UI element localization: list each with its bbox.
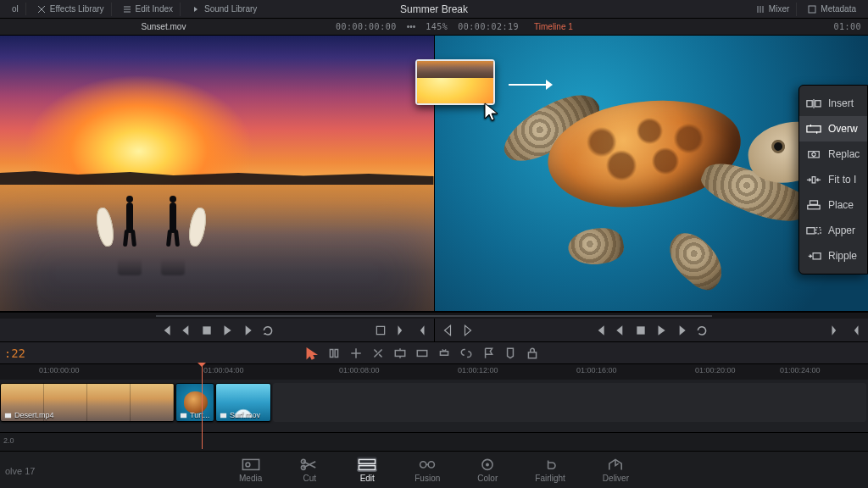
metadata-button[interactable]: Metadata [800,3,863,16]
top-toolbar: ol Effects Library Edit Index Sound Libr… [0,0,868,19]
clip-surf[interactable]: Surf.mov [215,383,271,422]
playhead[interactable] [202,364,203,449]
source-scrub-bar[interactable] [0,312,868,319]
page-cut[interactable]: Cut [292,453,326,486]
place-on-top-icon [806,199,821,211]
insert-clip-button[interactable] [393,347,407,360]
edit-overlay-overwrite[interactable]: Overw [799,116,867,141]
next-frame-button[interactable] [676,324,687,336]
svg-rect-6 [808,205,820,208]
next-edit-button[interactable] [462,324,474,336]
svg-rect-30 [359,465,376,469]
blade-tool[interactable] [371,347,385,360]
svg-rect-3 [807,125,821,131]
play-button[interactable] [221,324,233,336]
play-button[interactable] [655,324,667,336]
replace-icon [806,148,821,160]
edit-overlay-fit[interactable]: Fit to I [799,167,867,192]
edit-overlay-replace[interactable]: Replac [799,141,867,167]
playhead-timecode: :22 [0,347,25,360]
mark-out-button[interactable] [849,324,861,336]
mixer-button[interactable]: Mixer [748,3,797,16]
source-clip-name[interactable]: Sunset.mov [142,22,186,31]
page-tabs: olve 17 Media Cut Edit Fusion Color Fair… [0,451,868,488]
prev-edit-button[interactable] [442,324,453,336]
overwrite-clip-button[interactable] [415,347,429,360]
overwrite-icon [806,123,821,135]
first-frame-button[interactable] [594,324,606,336]
svg-rect-5 [812,176,815,182]
first-frame-button[interactable] [160,324,172,336]
svg-point-34 [487,463,488,465]
timeline-name[interactable]: Timeline 1 [534,22,573,31]
svg-rect-16 [417,350,426,356]
page-fusion[interactable]: Fusion [408,453,447,486]
timeline-tracks[interactable]: Desert.mp4 Turt... Surf.mov 2.0 [0,380,868,451]
clip-turtle[interactable]: Turt... [175,383,214,422]
source-transport [0,319,434,341]
edit-index-button[interactable]: Edit Index [115,3,181,16]
trim-tool[interactable] [327,347,341,360]
next-frame-button[interactable] [242,324,253,336]
svg-rect-7 [810,201,818,204]
turtle-graphic [478,75,825,273]
drag-thumbnail[interactable] [415,59,495,105]
media-pool-button[interactable]: ol [5,3,26,15]
viewer-zoom[interactable]: 145% [426,22,448,31]
edit-overlay-ripple[interactable]: Ripple [799,243,867,269]
svg-rect-9 [816,227,821,233]
page-fairlight[interactable]: Fairlight [528,453,572,486]
insert-icon [806,97,821,109]
audio-track[interactable]: 2.0 [0,432,868,451]
source-viewer[interactable] [0,36,434,311]
svg-rect-14 [637,326,645,334]
page-deliver[interactable]: Deliver [596,453,636,486]
page-color[interactable]: Color [470,453,504,486]
viewer-infobar: Sunset.mov 00:00:00:00 ••• 145% 00:00:02… [0,19,868,36]
prev-frame-button[interactable] [181,324,192,336]
lock-button[interactable] [526,347,539,360]
page-edit[interactable]: Edit [350,453,384,486]
svg-rect-1 [807,100,812,106]
match-frame-button[interactable] [375,324,387,336]
flag-button[interactable] [481,347,495,360]
drag-arrow-icon [507,78,554,92]
stop-button[interactable] [201,324,213,336]
mark-in-button[interactable] [829,324,841,336]
dynamic-trim-tool[interactable] [349,347,363,360]
stop-button[interactable] [635,324,647,336]
mark-out-button[interactable] [415,324,427,336]
prev-frame-button[interactable] [615,324,626,336]
svg-rect-17 [528,352,536,358]
selection-tool[interactable] [305,347,319,360]
edit-overlay-place[interactable]: Place [799,192,867,218]
replace-clip-button[interactable] [437,347,451,360]
clip-desert[interactable]: Desert.mp4 [0,383,175,422]
svg-rect-2 [815,100,821,106]
mark-in-button[interactable] [395,324,407,336]
timeline-ruler[interactable]: 01:00:00:00 01:00:04:00 01:00:08:00 01:0… [0,364,868,380]
mouse-cursor-icon [483,102,500,124]
svg-rect-24 [220,413,226,417]
edit-overlay-insert[interactable]: Insert [799,91,867,116]
audio-gain-label: 2.0 [3,436,14,445]
link-button[interactable] [459,347,473,360]
timeline-toolbar: :22 [0,342,868,364]
svg-rect-12 [203,326,210,334]
effects-library-button[interactable]: Effects Library [30,3,112,16]
edit-overlay-append[interactable]: Apper [799,218,867,243]
source-tc-start: 00:00:00:00 [336,22,397,31]
svg-rect-13 [376,326,384,334]
svg-rect-22 [5,413,11,417]
svg-rect-0 [809,6,815,13]
empty-v1-region[interactable] [273,383,866,422]
svg-rect-8 [807,227,815,233]
marker-button[interactable] [504,347,517,360]
source-tc-current: 00:00:02:19 [458,22,519,31]
loop-button[interactable] [696,324,708,336]
loop-button[interactable] [262,324,274,336]
timeline-viewer[interactable]: Insert Overw Replac Fit to I Place Apper [434,36,869,311]
project-title: Summer Break [400,3,468,15]
sound-library-button[interactable]: Sound Library [184,3,264,16]
page-media[interactable]: Media [232,453,269,486]
